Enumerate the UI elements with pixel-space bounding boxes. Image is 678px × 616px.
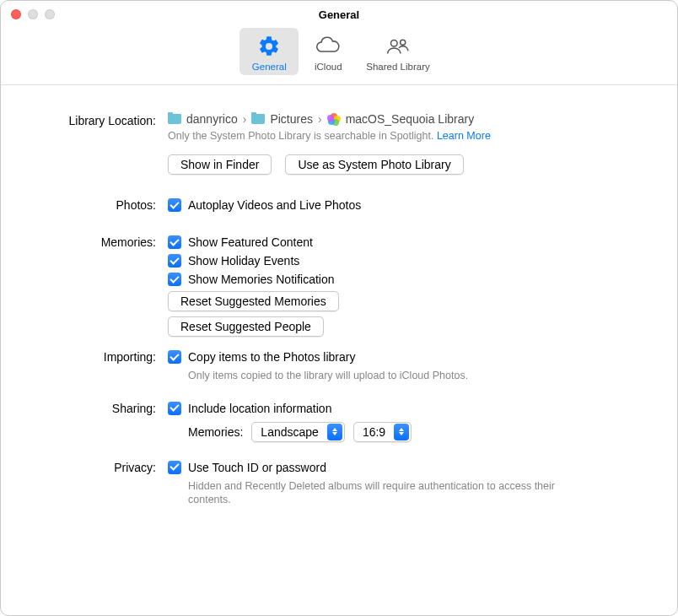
reset-suggested-people-button[interactable]: Reset Suggested People [168, 316, 324, 337]
copy-items-label: Copy items to the Photos library [188, 350, 355, 364]
use-as-system-library-button[interactable]: Use as System Photo Library [285, 154, 463, 175]
aspect-ratio-select[interactable]: 16:9 [353, 422, 412, 442]
library-note: Only the System Photo Library is searcha… [168, 129, 637, 143]
orientation-value: Landscape [252, 425, 327, 439]
touch-id-label: Use Touch ID or password [188, 461, 326, 474]
titlebar: General [1, 1, 677, 24]
featured-content-row[interactable]: Show Featured Content [168, 235, 637, 249]
close-button[interactable] [11, 9, 21, 19]
memories-format-label: Memories: [188, 425, 243, 439]
crumb-home: dannyrico [186, 112, 238, 126]
importing-note: Only items copied to the library will up… [188, 369, 637, 382]
cloud-icon [315, 33, 342, 60]
sharing-label: Sharing: [24, 402, 168, 415]
learn-more-link[interactable]: Learn More [437, 130, 491, 142]
library-path-breadcrumb[interactable]: dannyrico › Pictures › macOS_Sequoia Lib… [168, 112, 637, 126]
home-folder-icon [168, 114, 181, 125]
crumb-library: macOS_Sequoia Library [346, 112, 475, 126]
holiday-events-checkbox[interactable] [168, 254, 181, 267]
autoplay-label: Autoplay Videos and Live Photos [188, 198, 361, 212]
memories-notification-checkbox[interactable] [168, 273, 181, 286]
featured-content-label: Show Featured Content [188, 235, 313, 249]
privacy-note: Hidden and Recently Deleted albums will … [188, 479, 576, 507]
window-title: General [1, 8, 677, 21]
show-in-finder-button[interactable]: Show in Finder [168, 154, 272, 175]
tab-icloud[interactable]: iCloud [299, 28, 358, 75]
autoplay-checkbox-row[interactable]: Autoplay Videos and Live Photos [168, 198, 637, 212]
chevron-right-icon: › [243, 112, 247, 126]
photos-label: Photos: [24, 198, 168, 212]
privacy-label: Privacy: [24, 461, 168, 474]
touch-id-row[interactable]: Use Touch ID or password [168, 461, 637, 474]
include-location-label: Include location information [188, 402, 331, 415]
memories-format-row: Memories: Landscape 16:9 [188, 422, 637, 442]
memories-label: Memories: [24, 235, 168, 249]
tab-shared-label: Shared Library [366, 62, 429, 72]
autoplay-checkbox[interactable] [168, 198, 181, 212]
pictures-folder-icon [251, 114, 265, 125]
tab-shared-library[interactable]: Shared Library [358, 28, 438, 75]
minimize-button[interactable] [28, 9, 38, 19]
photos-library-icon [327, 114, 341, 125]
include-location-checkbox[interactable] [168, 402, 181, 415]
row-library-location: Library Location: dannyrico › Pictures ›… [24, 112, 637, 180]
holiday-events-row[interactable]: Show Holiday Events [168, 254, 637, 267]
chevron-right-icon: › [318, 112, 322, 126]
importing-label: Importing: [24, 350, 168, 364]
people-icon [384, 33, 412, 60]
library-location-label: Library Location: [24, 112, 168, 127]
stepper-arrows-icon [394, 424, 409, 440]
featured-content-checkbox[interactable] [168, 235, 181, 249]
row-photos: Photos: Autoplay Videos and Live Photos [24, 198, 637, 217]
preferences-window: General General iCloud Shared Library Li… [0, 0, 678, 616]
traffic-lights [11, 9, 55, 19]
tab-icloud-label: iCloud [315, 62, 342, 72]
stepper-arrows-icon [327, 424, 342, 440]
holiday-events-label: Show Holiday Events [188, 254, 299, 267]
row-memories: Memories: Show Featured Content Show Hol… [24, 235, 637, 342]
orientation-select[interactable]: Landscape [251, 422, 345, 442]
row-importing: Importing: Copy items to the Photos libr… [24, 350, 637, 382]
include-location-row[interactable]: Include location information [168, 402, 637, 415]
memories-notification-row[interactable]: Show Memories Notification [168, 273, 637, 286]
toolbar: General iCloud Shared Library [1, 24, 677, 85]
gear-icon [257, 33, 281, 60]
copy-items-checkbox[interactable] [168, 350, 181, 364]
reset-suggested-memories-button[interactable]: Reset Suggested Memories [168, 291, 339, 311]
tab-general[interactable]: General [239, 28, 299, 75]
svg-point-1 [401, 40, 406, 45]
row-privacy: Privacy: Use Touch ID or password Hidden… [24, 461, 637, 507]
aspect-value: 16:9 [354, 425, 394, 439]
copy-items-row[interactable]: Copy items to the Photos library [168, 350, 637, 364]
touch-id-checkbox[interactable] [168, 461, 181, 474]
tab-general-label: General [252, 62, 287, 72]
crumb-pictures: Pictures [270, 112, 313, 126]
memories-notification-label: Show Memories Notification [188, 273, 335, 286]
row-sharing: Sharing: Include location information Me… [24, 402, 637, 442]
svg-point-0 [391, 40, 398, 46]
content-area: Library Location: dannyrico › Pictures ›… [1, 85, 677, 615]
maximize-button[interactable] [45, 9, 55, 19]
